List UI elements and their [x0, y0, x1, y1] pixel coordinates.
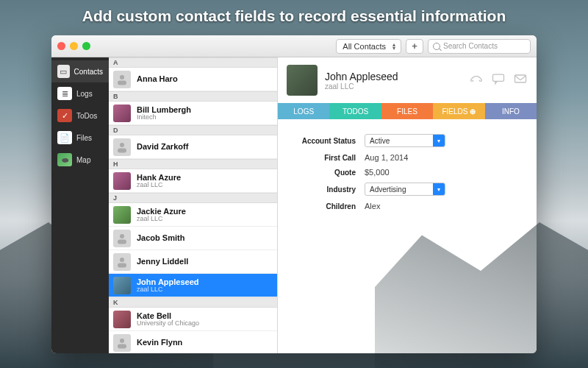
contact-subtitle: zaal LLC: [137, 216, 186, 223]
tab-files[interactable]: FILES: [381, 103, 433, 119]
tab-todos[interactable]: TODOS: [329, 103, 381, 119]
contact-subtitle: University of Chicago: [137, 320, 199, 328]
contact-name: Jackie Azure: [137, 207, 186, 216]
filter-select[interactable]: All Contacts: [336, 39, 401, 54]
sidebar-item-map[interactable]: ⬬Map: [51, 149, 109, 171]
field-select[interactable]: Active▾: [365, 134, 445, 147]
chat-icon[interactable]: [491, 72, 506, 88]
contact-row[interactable]: John Appleseedzaal LLC: [109, 274, 277, 297]
field-label: Children: [290, 202, 356, 210]
contact-row[interactable]: Jacob Smith: [109, 227, 277, 250]
sidebar-item-label: Map: [76, 156, 90, 164]
svg-rect-0: [493, 74, 504, 81]
field-row: First CallAug 1, 2014: [290, 153, 525, 162]
contact-row[interactable]: Jenny Liddell: [109, 250, 277, 274]
field-select[interactable]: Advertising▾: [365, 183, 445, 196]
contact-name: Hank Azure: [137, 173, 181, 182]
avatar: [113, 71, 131, 88]
contact-row[interactable]: David Zarkoff: [109, 135, 277, 159]
contact-row[interactable]: Hank Azurezaal LLC: [109, 169, 277, 193]
contact-name: David Zarkoff: [137, 142, 188, 151]
contact-list[interactable]: AAnna HaroBBill LumberghInitechDDavid Za…: [109, 57, 278, 353]
avatar: [287, 65, 318, 96]
mail-icon[interactable]: [513, 72, 528, 88]
field-row: ChildrenAlex: [290, 202, 525, 210]
field-label: First Call: [290, 154, 356, 162]
tab-logs[interactable]: LOGS: [278, 103, 329, 119]
page-banner: Add custom contact fields to record esse…: [0, 7, 588, 25]
plus-icon: +: [412, 40, 417, 52]
section-header: D: [109, 125, 277, 135]
detail-header: John Appleseed zaal LLC: [278, 57, 537, 103]
field-label: Account Status: [290, 137, 356, 145]
field-row: Account StatusActive▾: [290, 134, 525, 147]
contact-subtitle: zaal LLC: [137, 182, 181, 189]
avatar: [113, 334, 131, 352]
detail-tabs: LOGS TODOS FILES FIELDS⊕ INFO: [278, 103, 537, 119]
chevron-down-icon: ▾: [433, 135, 445, 146]
avatar: [113, 172, 131, 190]
svg-rect-1: [515, 75, 526, 82]
phone-icon[interactable]: [469, 72, 484, 88]
contact-name: Jacob Smith: [137, 233, 184, 242]
contact-name: John Appleseed: [137, 277, 199, 286]
detail-company: zaal LLC: [325, 82, 398, 91]
window-controls: [57, 42, 90, 50]
sidebar-item-label: Files: [76, 134, 92, 142]
section-header: H: [109, 159, 277, 169]
field-value: $5,000: [365, 168, 390, 177]
contact-row[interactable]: Kevin Flynn: [109, 331, 277, 353]
contact-row[interactable]: Kate BellUniversity of Chicago: [109, 308, 277, 331]
field-row: IndustryAdvertising▾: [290, 183, 525, 196]
sidebar-item-files[interactable]: 📄Files: [51, 127, 109, 149]
avatar: [113, 253, 131, 271]
field-label: Quote: [290, 169, 356, 177]
sidebar-item-label: Logs: [76, 90, 93, 98]
avatar: [113, 277, 131, 294]
sidebar-item-todos[interactable]: ✓ToDos: [51, 105, 109, 127]
files-icon: 📄: [57, 131, 72, 144]
titlebar: All Contacts + Search Contacts: [51, 35, 537, 57]
contact-subtitle: zaal LLC: [137, 286, 199, 294]
plus-icon: ⊕: [470, 107, 476, 116]
sidebar-item-label: ToDos: [76, 112, 97, 120]
tab-fields[interactable]: FIELDS⊕: [433, 103, 484, 119]
avatar: [113, 138, 131, 156]
search-placeholder: Search Contacts: [443, 42, 498, 50]
sidebar-item-logs[interactable]: ≣Logs: [51, 82, 109, 105]
contact-name: Bill Lumbergh: [137, 105, 191, 114]
contact-row[interactable]: Bill LumberghInitech: [109, 102, 277, 125]
field-label: Industry: [290, 185, 356, 194]
minimize-icon[interactable]: [70, 42, 78, 50]
map-icon: ⬬: [57, 153, 72, 166]
contacts-icon: ▭: [57, 65, 70, 78]
zoom-icon[interactable]: [82, 42, 90, 50]
contact-row[interactable]: Jackie Azurezaal LLC: [109, 203, 277, 227]
section-header: J: [109, 193, 277, 203]
field-value: Advertising: [365, 185, 433, 194]
contact-row[interactable]: Anna Haro: [109, 68, 277, 91]
logs-icon: ≣: [57, 87, 72, 100]
avatar: [113, 206, 131, 224]
section-header: B: [109, 91, 277, 102]
chevron-down-icon: ▾: [433, 183, 445, 195]
contact-name: Kate Bell: [137, 311, 199, 320]
section-header: K: [109, 297, 277, 308]
search-input[interactable]: Search Contacts: [428, 39, 531, 54]
search-icon: [433, 43, 440, 50]
avatar: [113, 311, 131, 328]
todos-icon: ✓: [57, 109, 72, 122]
field-value: Active: [365, 137, 433, 145]
chevron-updown-icon: [390, 43, 398, 50]
add-contact-button[interactable]: +: [406, 39, 423, 54]
field-value: Aug 1, 2014: [365, 153, 408, 162]
contact-name: Jenny Liddell: [137, 257, 188, 266]
custom-fields-panel: Account StatusActive▾First CallAug 1, 20…: [278, 119, 537, 225]
close-icon[interactable]: [57, 42, 65, 50]
contact-detail-pane: John Appleseed zaal LLC LO: [278, 57, 537, 353]
detail-name: John Appleseed: [325, 71, 398, 82]
section-header: A: [109, 57, 277, 68]
sidebar-item-contacts[interactable]: ▭Contacts: [51, 60, 109, 82]
tab-info[interactable]: INFO: [485, 103, 537, 119]
field-value: Alex: [365, 202, 380, 210]
